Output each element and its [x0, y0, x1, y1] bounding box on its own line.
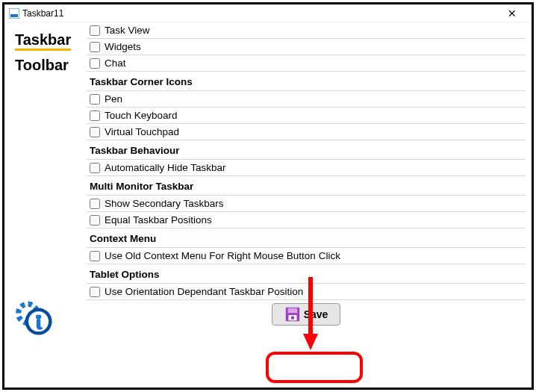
checkbox-row-pen[interactable]: Pen [87, 91, 526, 108]
save-button-label: Save [304, 308, 328, 320]
checkbox-row-touch-keyboard[interactable]: Touch Keyboard [87, 108, 526, 124]
svg-rect-9 [36, 315, 41, 319]
save-button-container: Save [87, 300, 526, 326]
checkbox-row-chat[interactable]: Chat [87, 55, 526, 72]
svg-rect-3 [287, 308, 297, 313]
window-title: Taskbar11 [22, 8, 497, 19]
checkbox-label: Automatically Hide Taskbar [105, 162, 226, 173]
checkbox-label: Task View [105, 25, 150, 36]
save-button[interactable]: Save [272, 303, 341, 326]
svg-rect-10 [37, 319, 40, 329]
checkbox-row-secondary-taskbars[interactable]: Show Secondary Taskbars [87, 196, 526, 212]
close-button[interactable]: ✕ [497, 8, 527, 19]
app-window: Taskbar11 ✕ Taskbar Toolbar Task View Wi… [2, 2, 534, 390]
titlebar: Taskbar11 ✕ [4, 4, 532, 22]
section-context-menu: Context Menu [87, 228, 526, 248]
checkbox-widgets[interactable] [90, 42, 100, 52]
checkbox-row-widgets[interactable]: Widgets [87, 39, 526, 55]
checkbox-label: Show Secondary Taskbars [105, 198, 224, 209]
checkbox-touch-keyboard[interactable] [90, 111, 100, 121]
floppy-icon [284, 306, 301, 323]
tab-toolbar[interactable]: Toolbar [15, 55, 82, 75]
checkbox-label: Touch Keyboard [105, 110, 178, 121]
section-corner-icons: Taskbar Corner Icons [87, 72, 526, 91]
checkbox-row-old-context-menu[interactable]: Use Old Context Menu For Right Mouse But… [87, 248, 526, 264]
checkbox-row-equal-positions[interactable]: Equal Taskbar Positions [87, 212, 526, 228]
section-tablet-options: Tablet Options [87, 264, 526, 284]
checkbox-label: Equal Taskbar Positions [105, 214, 212, 225]
checkbox-equal-positions[interactable] [90, 215, 100, 225]
checkbox-task-view[interactable] [90, 25, 100, 36]
checkbox-label: Use Orientation Dependant Taskbar Positi… [105, 286, 303, 297]
svg-point-5 [290, 316, 294, 320]
svg-rect-11 [37, 327, 43, 330]
section-multi-monitor: Multi Monitor Taskbar [87, 176, 526, 196]
checkbox-row-orientation-dependant[interactable]: Use Orientation Dependant Taskbar Positi… [87, 284, 526, 300]
checkbox-label: Use Old Context Menu For Right Mouse But… [105, 250, 340, 261]
section-taskbar-behaviour: Taskbar Behaviour [87, 140, 526, 160]
checkbox-secondary-taskbars[interactable] [90, 199, 100, 209]
checkbox-label: Virtual Touchpad [105, 126, 179, 137]
checkbox-auto-hide[interactable] [90, 163, 100, 173]
checkbox-label: Widgets [105, 41, 141, 52]
checkbox-row-task-view[interactable]: Task View [87, 22, 526, 39]
app-icon [9, 8, 19, 19]
checkbox-virtual-touchpad[interactable] [90, 127, 100, 137]
checkbox-orientation-dependant[interactable] [90, 287, 100, 297]
checkbox-row-auto-hide[interactable]: Automatically Hide Taskbar [87, 160, 526, 176]
checkbox-row-virtual-touchpad[interactable]: Virtual Touchpad [87, 124, 526, 140]
svg-rect-1 [10, 14, 18, 17]
checkbox-chat[interactable] [90, 58, 100, 69]
app-logo [9, 292, 63, 349]
checkbox-pen[interactable] [90, 94, 100, 105]
checkbox-label: Pen [105, 93, 122, 105]
tab-taskbar[interactable]: Taskbar [15, 30, 71, 51]
settings-content: Task View Widgets Chat Taskbar Corner Ic… [87, 22, 532, 388]
checkbox-old-context-menu[interactable] [90, 251, 100, 261]
checkbox-label: Chat [105, 57, 126, 69]
